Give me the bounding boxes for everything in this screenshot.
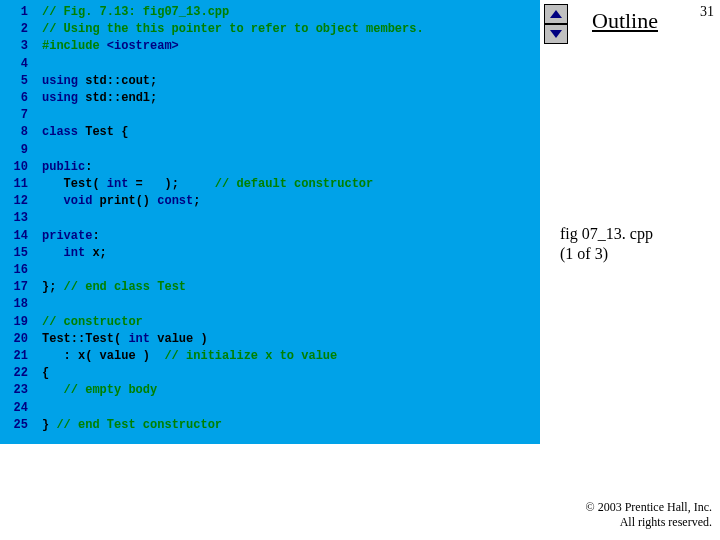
code-token: // end Test constructor <box>56 418 222 432</box>
code-line: 17}; // end class Test <box>0 279 540 296</box>
code-token: <iostream> <box>107 39 179 53</box>
code-token: private <box>42 229 92 243</box>
line-number: 7 <box>0 107 30 124</box>
code-token: value ) <box>150 332 208 346</box>
code-content: using std::cout; <box>30 73 157 90</box>
code-token: int <box>107 177 129 191</box>
code-token: // default constructor <box>215 177 373 191</box>
code-token: : <box>92 229 99 243</box>
line-number: 6 <box>0 90 30 107</box>
code-token: using <box>42 74 85 88</box>
line-number: 20 <box>0 331 30 348</box>
code-line: 11 Test( int = ); // default constructor <box>0 176 540 193</box>
code-line: 24 <box>0 400 540 417</box>
line-number: 18 <box>0 296 30 313</box>
line-number: 9 <box>0 142 30 159</box>
code-token <box>42 194 64 208</box>
code-token: x; <box>85 246 107 260</box>
code-token: const <box>157 194 193 208</box>
code-content: // empty body <box>30 382 157 399</box>
code-line: 21 : x( value ) // initialize x to value <box>0 348 540 365</box>
code-line: 5using std::cout; <box>0 73 540 90</box>
code-token: void <box>64 194 93 208</box>
code-token <box>42 246 64 260</box>
code-line: 13 <box>0 210 540 227</box>
file-label-part: (1 of 3) <box>560 245 608 262</box>
copyright: © 2003 Prentice Hall, Inc. All rights re… <box>586 500 712 530</box>
code-line: 15 int x; <box>0 245 540 262</box>
arrow-up-icon <box>550 10 562 18</box>
code-content <box>30 142 42 159</box>
line-number: 2 <box>0 21 30 38</box>
nav-next-button[interactable] <box>544 24 568 44</box>
line-number: 5 <box>0 73 30 90</box>
code-line: 12 void print() const; <box>0 193 540 210</box>
code-token: Test { <box>85 125 128 139</box>
line-number: 4 <box>0 56 30 73</box>
line-number: 3 <box>0 38 30 55</box>
code-line: 4 <box>0 56 540 73</box>
code-token: int <box>128 332 150 346</box>
code-token: int <box>64 246 86 260</box>
line-number: 17 <box>0 279 30 296</box>
code-content: #include <iostream> <box>30 38 179 55</box>
file-label: fig 07_13. cpp (1 of 3) <box>560 224 653 264</box>
code-line: 1// Fig. 7.13: fig07_13.cpp <box>0 4 540 21</box>
line-number: 16 <box>0 262 30 279</box>
nav-prev-button[interactable] <box>544 4 568 24</box>
code-token: : <box>85 160 92 174</box>
code-line: 8class Test { <box>0 124 540 141</box>
nav-buttons <box>544 4 572 44</box>
code-content: public: <box>30 159 92 176</box>
code-content: private: <box>30 228 100 245</box>
code-token: // Fig. 7.13: fig07_13.cpp <box>42 5 229 19</box>
code-content: }; // end class Test <box>30 279 186 296</box>
code-content: class Test { <box>30 124 128 141</box>
code-token <box>42 383 64 397</box>
line-number: 1 <box>0 4 30 21</box>
page-number: 31 <box>700 4 714 20</box>
line-number: 13 <box>0 210 30 227</box>
code-line: 19// constructor <box>0 314 540 331</box>
code-line: 7 <box>0 107 540 124</box>
code-token: std::cout; <box>85 74 157 88</box>
code-content: // Using the this pointer to refer to ob… <box>30 21 424 38</box>
code-token: Test::Test( <box>42 332 128 346</box>
code-content: Test::Test( int value ) <box>30 331 208 348</box>
arrow-down-icon <box>550 30 562 38</box>
code-token: class <box>42 125 85 139</box>
code-content: } // end Test constructor <box>30 417 222 434</box>
code-token: std::endl; <box>85 91 157 105</box>
code-area: 1// Fig. 7.13: fig07_13.cpp2// Using the… <box>0 0 540 444</box>
copyright-line1: © 2003 Prentice Hall, Inc. <box>586 500 712 514</box>
code-content <box>30 400 42 417</box>
line-number: 25 <box>0 417 30 434</box>
line-number: 14 <box>0 228 30 245</box>
code-line: 3#include <iostream> <box>0 38 540 55</box>
code-token: = ); <box>128 177 214 191</box>
code-line: 10public: <box>0 159 540 176</box>
code-token: #include <box>42 39 107 53</box>
code-line: 9 <box>0 142 540 159</box>
line-number: 22 <box>0 365 30 382</box>
code-token: Test( <box>42 177 107 191</box>
code-content: { <box>30 365 49 382</box>
code-line: 14private: <box>0 228 540 245</box>
code-token: // end class Test <box>64 280 186 294</box>
line-number: 19 <box>0 314 30 331</box>
code-content: // Fig. 7.13: fig07_13.cpp <box>30 4 229 21</box>
code-line: 20Test::Test( int value ) <box>0 331 540 348</box>
code-line: 6using std::endl; <box>0 90 540 107</box>
code-content <box>30 107 42 124</box>
code-line: 2// Using the this pointer to refer to o… <box>0 21 540 38</box>
line-number: 12 <box>0 193 30 210</box>
line-number: 11 <box>0 176 30 193</box>
line-number: 24 <box>0 400 30 417</box>
code-content: int x; <box>30 245 107 262</box>
code-content: void print() const; <box>30 193 200 210</box>
code-token: // Using the this pointer to refer to ob… <box>42 22 424 36</box>
line-number: 8 <box>0 124 30 141</box>
outline-link[interactable]: Outline <box>592 8 658 34</box>
code-token: { <box>42 366 49 380</box>
code-content <box>30 210 42 227</box>
